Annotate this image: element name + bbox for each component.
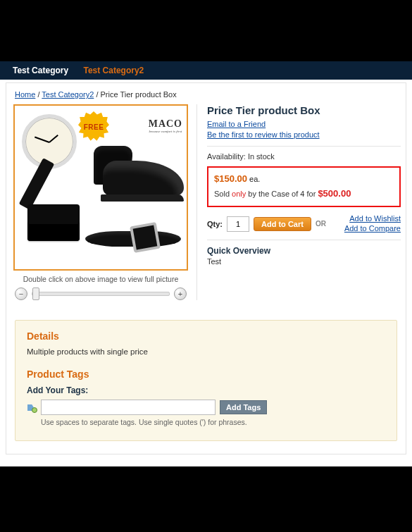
tags-input[interactable] xyxy=(41,400,216,415)
add-tags-label: Add Your Tags: xyxy=(27,385,385,395)
nav-test-category[interactable]: Test Category xyxy=(13,66,68,75)
availability-value: In stock xyxy=(248,152,275,161)
brand-logo: MACO because comfort is first xyxy=(149,118,182,133)
email-friend-link[interactable]: Email to a Friend xyxy=(207,120,266,128)
product-title: Price Tier product Box xyxy=(207,104,401,116)
or-separator: OR xyxy=(316,220,326,228)
case-price: $500.00 xyxy=(318,188,351,199)
quick-overview-text: Test xyxy=(207,257,401,266)
unit-price-suffix: ea. xyxy=(249,175,260,183)
write-review-link[interactable]: Be the first to review this product xyxy=(207,130,320,139)
bottom-black-bar xyxy=(0,466,412,532)
breadcrumb-sep: / xyxy=(96,90,98,99)
case-text-prefix: Sold xyxy=(214,190,232,198)
zoom-slider-thumb[interactable] xyxy=(32,287,39,300)
case-only-word: only xyxy=(232,190,246,198)
watch-graphic xyxy=(22,114,77,169)
qty-input[interactable] xyxy=(227,216,249,232)
qty-label: Qty: xyxy=(207,220,223,228)
breadcrumb-home[interactable]: Home xyxy=(15,90,35,99)
add-to-wishlist-link[interactable]: Add to Wishlist xyxy=(349,214,401,223)
add-to-compare-link[interactable]: Add to Compare xyxy=(344,224,401,233)
brand-tagline: because comfort is first xyxy=(149,130,182,133)
nav-test-category2[interactable]: Test Category2 xyxy=(83,66,144,75)
zoom-slider-track[interactable] xyxy=(32,292,170,296)
quick-overview-heading: Quick Overview xyxy=(207,246,401,256)
main-content: Home / Test Category2 / Price Tier produ… xyxy=(6,82,406,454)
tag-form: Add Your Tags: Add Tags Use spaces to se… xyxy=(27,385,385,426)
top-black-bar xyxy=(0,0,412,61)
product-details-column: Price Tier product Box Email to a Friend… xyxy=(196,104,401,300)
add-to-cart-row: Qty: Add to Cart OR Add to Wishlist Add … xyxy=(207,214,401,234)
zoom-in-button[interactable]: + xyxy=(174,287,187,300)
tag-icon xyxy=(27,402,37,412)
product-image[interactable]: FREE MACO because comfort is first xyxy=(13,104,188,271)
availability-label: Availability: xyxy=(207,152,246,161)
belt-graphic xyxy=(85,217,181,259)
shoe-graphic xyxy=(85,138,184,202)
details-text: Multiple products with single price xyxy=(27,347,385,356)
zoom-out-button[interactable]: − xyxy=(15,287,27,300)
wallet-graphic xyxy=(27,204,80,241)
image-zoom-hint: Double click on above image to view full… xyxy=(13,275,188,283)
unit-price: $150.00 xyxy=(214,173,247,184)
breadcrumb-current: Price Tier product Box xyxy=(101,90,177,99)
lower-panel: Details Multiple products with single pr… xyxy=(15,320,397,441)
zoom-slider-row: − + xyxy=(13,287,188,300)
price-tier-box: $150.00 ea. Sold only by the Case of 4 f… xyxy=(207,166,401,207)
product-tags-heading: Product Tags xyxy=(27,369,385,380)
details-heading: Details xyxy=(27,330,385,342)
availability: Availability: In stock xyxy=(207,152,401,161)
brand-name: MACO xyxy=(149,118,182,129)
add-to-cart-button[interactable]: Add to Cart xyxy=(254,217,311,231)
tags-help-text: Use spaces to separate tags. Use single … xyxy=(41,418,385,426)
category-navbar: Test Category Test Category2 xyxy=(0,61,412,80)
add-tags-button[interactable]: Add Tags xyxy=(220,400,267,414)
breadcrumb-sep: / xyxy=(37,90,39,99)
breadcrumb: Home / Test Category2 / Price Tier produ… xyxy=(13,87,399,104)
product-image-column: FREE MACO because comfort is first Doubl… xyxy=(13,104,188,300)
breadcrumb-category[interactable]: Test Category2 xyxy=(42,90,94,99)
case-text-mid: by the Case of 4 for xyxy=(246,190,318,198)
free-ribbon-label: FREE xyxy=(84,123,104,131)
